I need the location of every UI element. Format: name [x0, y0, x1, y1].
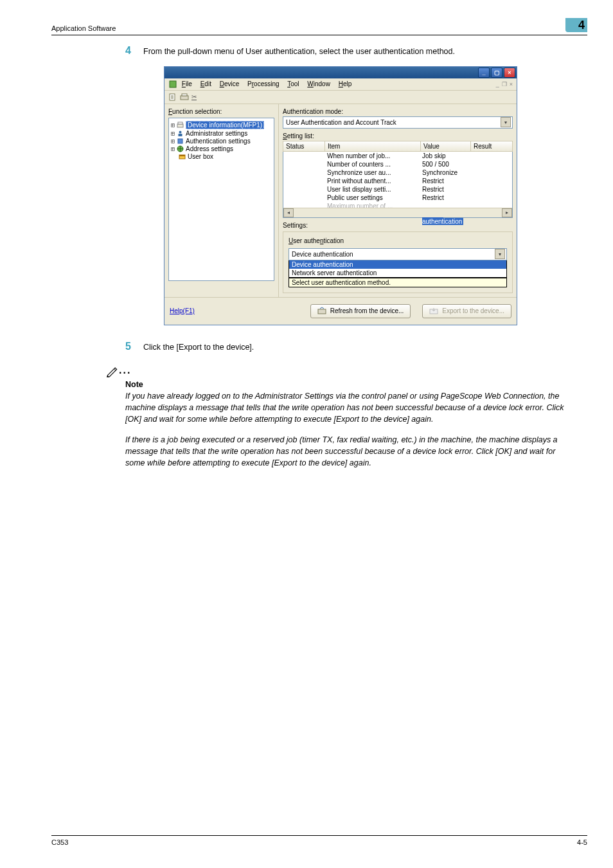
step-4-number: 4 — [125, 45, 143, 57]
svg-rect-2 — [181, 96, 188, 100]
scroll-right-icon[interactable]: ▸ — [502, 208, 512, 217]
svg-rect-5 — [178, 122, 182, 124]
admin-icon — [177, 130, 184, 137]
user-auth-dropdown-list[interactable]: Device authentication Network server aut… — [289, 260, 507, 278]
menu-device[interactable]: DeviceDevice — [220, 80, 240, 87]
function-tree[interactable]: ⊞ Device information(MFP1) ⊞ Administrat… — [168, 118, 274, 281]
note-heading: Note — [125, 380, 574, 389]
horizontal-scrollbar[interactable]: ◂ ▸ — [283, 208, 512, 217]
note-paragraph-2: If there is a job being executed or a re… — [125, 434, 574, 469]
svg-rect-12 — [318, 309, 326, 314]
window-close-button[interactable]: × — [504, 68, 515, 78]
device-icon — [177, 122, 184, 129]
toolbar-device-icon[interactable] — [180, 93, 189, 102]
list-row[interactable]: Print without authent...Restrict — [283, 177, 512, 185]
svg-rect-8 — [178, 139, 182, 143]
app-icon — [168, 80, 177, 89]
dropdown-option[interactable]: Network server authentication — [289, 269, 506, 277]
menu-processing[interactable]: ProcessingProcessing — [247, 80, 279, 87]
setting-list: Status Item Value Result When number of … — [283, 141, 513, 218]
col-result[interactable]: Result — [471, 141, 512, 151]
svg-point-6 — [179, 131, 182, 133]
auth-mode-combo[interactable]: User Authentication and Account Track ▾ — [283, 116, 513, 129]
col-status[interactable]: Status — [283, 141, 325, 151]
refresh-button[interactable]: Refresh from the device... — [310, 304, 411, 318]
list-row[interactable]: User list display setti...Restrict — [283, 185, 512, 194]
simulated-screenshot: _ ▢ × FFileile EditEdit DeviceDevice Pro… — [164, 66, 517, 325]
note-dots-icon: ... — [119, 365, 131, 377]
note-paragraph-1: If you have already logged on to the Adm… — [125, 390, 574, 425]
toolbar-cut-icon[interactable]: ✂ — [191, 93, 197, 100]
mdi-buttons: _ ❐ × — [496, 81, 513, 87]
mdi-restore-icon[interactable]: ❐ — [502, 81, 507, 87]
dropdown-option[interactable]: Device authentication — [289, 260, 506, 269]
list-row[interactable]: Number of counters ...500 / 500 — [283, 160, 512, 168]
list-row[interactable]: When number of job...Job skip — [283, 152, 512, 160]
auth-mode-value: User Authentication and Account Track — [286, 119, 396, 126]
user-auth-combo-value: Device authentication — [292, 251, 353, 258]
address-icon — [177, 145, 184, 152]
mdi-min-icon[interactable]: _ — [496, 81, 499, 87]
svg-rect-3 — [182, 94, 187, 96]
mdi-close-icon[interactable]: × — [510, 81, 513, 87]
footer-page-number: 4-5 — [577, 838, 587, 846]
col-value[interactable]: Value — [421, 141, 471, 151]
menu-edit[interactable]: EditEdit — [200, 80, 211, 87]
tree-device-info[interactable]: Device information(MFP1) — [186, 121, 264, 129]
window-maximize-button[interactable]: ▢ — [491, 68, 502, 78]
toolbar: ✂ — [164, 91, 517, 104]
menu-tool[interactable]: ToolTool — [287, 80, 299, 87]
col-item[interactable]: Item — [325, 141, 421, 151]
svg-rect-11 — [179, 155, 185, 156]
settings-group: User authenticationUser authentication D… — [283, 231, 513, 293]
function-selection-label: Function selection:Function selection: — [168, 108, 274, 115]
auth-icon — [177, 138, 184, 145]
window-minimize-button[interactable]: _ — [478, 68, 490, 78]
menu-file[interactable]: FFileile — [182, 80, 192, 87]
tree-address-settings[interactable]: Address settings — [186, 145, 233, 152]
user-auth-combo[interactable]: Device authentication ▾ — [289, 248, 507, 260]
menu-bar: FFileile EditEdit DeviceDevice Processin… — [168, 80, 358, 89]
chevron-down-icon[interactable]: ▾ — [495, 249, 505, 259]
settings-group-label: User authenticationUser authentication — [289, 237, 507, 244]
header-title: Application Software — [51, 24, 116, 32]
refresh-icon — [317, 307, 326, 316]
list-row[interactable]: Synchronize user au...Synchronize — [283, 168, 512, 177]
export-button: Export to the device... — [422, 304, 511, 318]
footer-model: C353 — [51, 838, 68, 846]
note-pencil-icon — [106, 365, 119, 377]
tree-user-box[interactable]: User box — [188, 153, 213, 160]
toolbar-new-icon[interactable] — [168, 93, 177, 102]
step-5-text: Click the [Export to the device]. — [143, 341, 254, 353]
tree-auth-settings[interactable]: Authentication settings — [186, 138, 251, 145]
menu-window[interactable]: WindowWindow — [307, 80, 330, 87]
window-titlebar: _ ▢ × — [164, 67, 517, 78]
step-4-text: From the pull-down menu of User authenti… — [143, 45, 455, 57]
svg-rect-4 — [177, 124, 183, 127]
scroll-left-icon[interactable]: ◂ — [283, 208, 294, 217]
menu-help[interactable]: HelpHelp — [339, 80, 352, 87]
step-5-number: 5 — [125, 341, 143, 352]
chevron-down-icon[interactable]: ▾ — [501, 117, 511, 127]
help-link[interactable]: Help(F1) — [170, 307, 195, 314]
svg-rect-7 — [179, 134, 182, 136]
userbox-icon — [179, 153, 186, 160]
list-row[interactable]: Public user settingsRestrict — [283, 194, 512, 202]
section-badge: 4 — [565, 18, 587, 32]
auth-mode-label: Authentication mode: — [283, 108, 513, 115]
tree-admin-settings[interactable]: Administrator settings — [186, 130, 247, 137]
setting-list-label: Setting list:Setting list: — [283, 132, 513, 140]
tooltip-hint: Select user authentication method. — [289, 278, 507, 287]
export-icon — [429, 307, 438, 316]
svg-rect-0 — [170, 81, 176, 87]
